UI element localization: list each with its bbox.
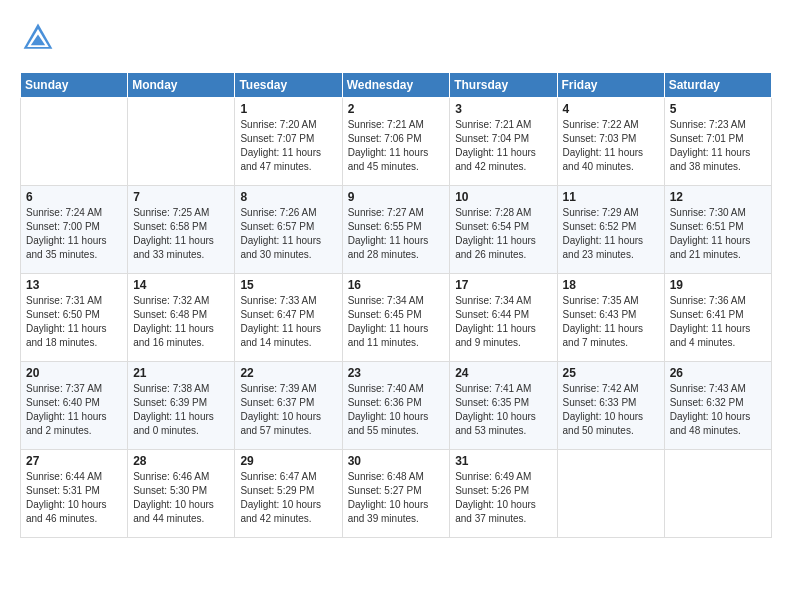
day-info: Sunrise: 7:40 AM Sunset: 6:36 PM Dayligh… xyxy=(348,382,445,438)
calendar-table: SundayMondayTuesdayWednesdayThursdayFrid… xyxy=(20,72,772,538)
day-number: 31 xyxy=(455,454,551,468)
logo-icon xyxy=(20,20,56,56)
day-info: Sunrise: 7:22 AM Sunset: 7:03 PM Dayligh… xyxy=(563,118,659,174)
day-number: 24 xyxy=(455,366,551,380)
day-info: Sunrise: 7:24 AM Sunset: 7:00 PM Dayligh… xyxy=(26,206,122,262)
day-info: Sunrise: 6:49 AM Sunset: 5:26 PM Dayligh… xyxy=(455,470,551,526)
day-info: Sunrise: 7:32 AM Sunset: 6:48 PM Dayligh… xyxy=(133,294,229,350)
calendar-week-row: 20Sunrise: 7:37 AM Sunset: 6:40 PM Dayli… xyxy=(21,362,772,450)
day-number: 5 xyxy=(670,102,766,116)
day-info: Sunrise: 7:43 AM Sunset: 6:32 PM Dayligh… xyxy=(670,382,766,438)
calendar-day-header: Friday xyxy=(557,73,664,98)
day-number: 11 xyxy=(563,190,659,204)
calendar-cell xyxy=(664,450,771,538)
day-number: 1 xyxy=(240,102,336,116)
day-number: 22 xyxy=(240,366,336,380)
calendar-cell: 29Sunrise: 6:47 AM Sunset: 5:29 PM Dayli… xyxy=(235,450,342,538)
day-info: Sunrise: 7:39 AM Sunset: 6:37 PM Dayligh… xyxy=(240,382,336,438)
calendar-cell: 7Sunrise: 7:25 AM Sunset: 6:58 PM Daylig… xyxy=(128,186,235,274)
day-number: 23 xyxy=(348,366,445,380)
day-info: Sunrise: 7:34 AM Sunset: 6:45 PM Dayligh… xyxy=(348,294,445,350)
day-number: 18 xyxy=(563,278,659,292)
calendar-cell: 31Sunrise: 6:49 AM Sunset: 5:26 PM Dayli… xyxy=(450,450,557,538)
calendar-week-row: 27Sunrise: 6:44 AM Sunset: 5:31 PM Dayli… xyxy=(21,450,772,538)
calendar-cell: 26Sunrise: 7:43 AM Sunset: 6:32 PM Dayli… xyxy=(664,362,771,450)
calendar-day-header: Thursday xyxy=(450,73,557,98)
day-number: 30 xyxy=(348,454,445,468)
calendar-cell: 2Sunrise: 7:21 AM Sunset: 7:06 PM Daylig… xyxy=(342,98,450,186)
calendar-cell xyxy=(21,98,128,186)
calendar-day-header: Saturday xyxy=(664,73,771,98)
calendar-day-header: Monday xyxy=(128,73,235,98)
calendar-day-header: Tuesday xyxy=(235,73,342,98)
day-info: Sunrise: 6:44 AM Sunset: 5:31 PM Dayligh… xyxy=(26,470,122,526)
calendar-cell: 22Sunrise: 7:39 AM Sunset: 6:37 PM Dayli… xyxy=(235,362,342,450)
calendar-cell: 24Sunrise: 7:41 AM Sunset: 6:35 PM Dayli… xyxy=(450,362,557,450)
day-number: 2 xyxy=(348,102,445,116)
day-info: Sunrise: 7:35 AM Sunset: 6:43 PM Dayligh… xyxy=(563,294,659,350)
day-info: Sunrise: 6:47 AM Sunset: 5:29 PM Dayligh… xyxy=(240,470,336,526)
day-number: 28 xyxy=(133,454,229,468)
day-info: Sunrise: 7:37 AM Sunset: 6:40 PM Dayligh… xyxy=(26,382,122,438)
calendar-cell: 27Sunrise: 6:44 AM Sunset: 5:31 PM Dayli… xyxy=(21,450,128,538)
day-number: 27 xyxy=(26,454,122,468)
day-info: Sunrise: 7:21 AM Sunset: 7:04 PM Dayligh… xyxy=(455,118,551,174)
day-info: Sunrise: 7:34 AM Sunset: 6:44 PM Dayligh… xyxy=(455,294,551,350)
day-number: 26 xyxy=(670,366,766,380)
day-info: Sunrise: 7:42 AM Sunset: 6:33 PM Dayligh… xyxy=(563,382,659,438)
calendar-cell: 1Sunrise: 7:20 AM Sunset: 7:07 PM Daylig… xyxy=(235,98,342,186)
day-number: 7 xyxy=(133,190,229,204)
day-info: Sunrise: 7:23 AM Sunset: 7:01 PM Dayligh… xyxy=(670,118,766,174)
calendar-cell: 6Sunrise: 7:24 AM Sunset: 7:00 PM Daylig… xyxy=(21,186,128,274)
day-number: 10 xyxy=(455,190,551,204)
calendar-header-row: SundayMondayTuesdayWednesdayThursdayFrid… xyxy=(21,73,772,98)
calendar-cell: 15Sunrise: 7:33 AM Sunset: 6:47 PM Dayli… xyxy=(235,274,342,362)
day-number: 20 xyxy=(26,366,122,380)
calendar-cell: 18Sunrise: 7:35 AM Sunset: 6:43 PM Dayli… xyxy=(557,274,664,362)
calendar-cell: 28Sunrise: 6:46 AM Sunset: 5:30 PM Dayli… xyxy=(128,450,235,538)
calendar-cell xyxy=(128,98,235,186)
logo xyxy=(20,20,62,56)
calendar-cell: 10Sunrise: 7:28 AM Sunset: 6:54 PM Dayli… xyxy=(450,186,557,274)
day-number: 17 xyxy=(455,278,551,292)
calendar-cell: 16Sunrise: 7:34 AM Sunset: 6:45 PM Dayli… xyxy=(342,274,450,362)
day-info: Sunrise: 7:27 AM Sunset: 6:55 PM Dayligh… xyxy=(348,206,445,262)
calendar-cell: 4Sunrise: 7:22 AM Sunset: 7:03 PM Daylig… xyxy=(557,98,664,186)
calendar-cell: 25Sunrise: 7:42 AM Sunset: 6:33 PM Dayli… xyxy=(557,362,664,450)
calendar-cell: 9Sunrise: 7:27 AM Sunset: 6:55 PM Daylig… xyxy=(342,186,450,274)
calendar-cell: 5Sunrise: 7:23 AM Sunset: 7:01 PM Daylig… xyxy=(664,98,771,186)
day-number: 12 xyxy=(670,190,766,204)
calendar-cell: 17Sunrise: 7:34 AM Sunset: 6:44 PM Dayli… xyxy=(450,274,557,362)
calendar-cell: 19Sunrise: 7:36 AM Sunset: 6:41 PM Dayli… xyxy=(664,274,771,362)
calendar-cell: 21Sunrise: 7:38 AM Sunset: 6:39 PM Dayli… xyxy=(128,362,235,450)
day-info: Sunrise: 7:26 AM Sunset: 6:57 PM Dayligh… xyxy=(240,206,336,262)
day-info: Sunrise: 6:46 AM Sunset: 5:30 PM Dayligh… xyxy=(133,470,229,526)
calendar-week-row: 13Sunrise: 7:31 AM Sunset: 6:50 PM Dayli… xyxy=(21,274,772,362)
calendar-cell: 20Sunrise: 7:37 AM Sunset: 6:40 PM Dayli… xyxy=(21,362,128,450)
day-number: 25 xyxy=(563,366,659,380)
day-info: Sunrise: 7:38 AM Sunset: 6:39 PM Dayligh… xyxy=(133,382,229,438)
day-info: Sunrise: 7:28 AM Sunset: 6:54 PM Dayligh… xyxy=(455,206,551,262)
day-info: Sunrise: 7:30 AM Sunset: 6:51 PM Dayligh… xyxy=(670,206,766,262)
day-number: 3 xyxy=(455,102,551,116)
calendar-cell: 13Sunrise: 7:31 AM Sunset: 6:50 PM Dayli… xyxy=(21,274,128,362)
day-info: Sunrise: 7:25 AM Sunset: 6:58 PM Dayligh… xyxy=(133,206,229,262)
day-info: Sunrise: 6:48 AM Sunset: 5:27 PM Dayligh… xyxy=(348,470,445,526)
day-number: 15 xyxy=(240,278,336,292)
day-number: 9 xyxy=(348,190,445,204)
day-number: 14 xyxy=(133,278,229,292)
calendar-cell: 11Sunrise: 7:29 AM Sunset: 6:52 PM Dayli… xyxy=(557,186,664,274)
day-number: 8 xyxy=(240,190,336,204)
calendar-week-row: 6Sunrise: 7:24 AM Sunset: 7:00 PM Daylig… xyxy=(21,186,772,274)
calendar-day-header: Sunday xyxy=(21,73,128,98)
calendar-cell: 23Sunrise: 7:40 AM Sunset: 6:36 PM Dayli… xyxy=(342,362,450,450)
day-info: Sunrise: 7:31 AM Sunset: 6:50 PM Dayligh… xyxy=(26,294,122,350)
day-number: 19 xyxy=(670,278,766,292)
day-number: 13 xyxy=(26,278,122,292)
day-number: 29 xyxy=(240,454,336,468)
day-info: Sunrise: 7:33 AM Sunset: 6:47 PM Dayligh… xyxy=(240,294,336,350)
day-info: Sunrise: 7:29 AM Sunset: 6:52 PM Dayligh… xyxy=(563,206,659,262)
calendar-cell xyxy=(557,450,664,538)
calendar-cell: 30Sunrise: 6:48 AM Sunset: 5:27 PM Dayli… xyxy=(342,450,450,538)
day-number: 4 xyxy=(563,102,659,116)
